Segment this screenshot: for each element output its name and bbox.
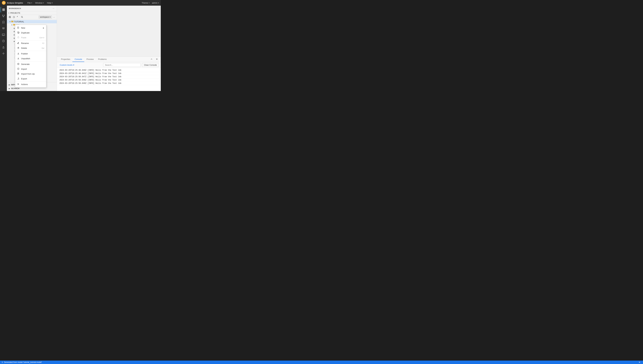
activity-terminal-icon[interactable] <box>1 32 6 38</box>
rename-icon <box>17 42 20 44</box>
paste-shortcut: Ctrl+V <box>40 37 44 38</box>
tab-console[interactable]: Console <box>72 57 84 62</box>
menu-help[interactable]: Help ▾ <box>46 1 54 5</box>
svg-rect-1 <box>2 8 4 10</box>
tab-problems[interactable]: Problems <box>96 57 109 62</box>
duplicate-label: Duplicate <box>21 32 30 34</box>
svg-rect-22 <box>9 17 10 18</box>
svg-line-9 <box>3 16 4 16</box>
menu-file[interactable]: File ▾ <box>26 1 33 5</box>
custom-levels-button[interactable]: Custom levels ▾ <box>59 64 75 66</box>
menu-bar: Eclipse Dirigible File ▾ Window ▾ Help ▾… <box>0 0 161 6</box>
activity-db-icon[interactable] <box>1 26 6 31</box>
activity-settings-icon[interactable] <box>1 51 6 56</box>
sync-button[interactable] <box>16 16 20 18</box>
file-chevron-icon: ▾ <box>31 2 32 4</box>
svg-point-6 <box>4 15 4 16</box>
new-label: New <box>21 27 25 29</box>
context-menu-item-delete[interactable]: Delete Del <box>15 46 46 50</box>
activity-explorer-icon[interactable] <box>1 7 6 12</box>
context-menu-item-duplicate[interactable]: Duplicate <box>15 30 46 35</box>
admin-chevron-icon: ▾ <box>158 2 159 4</box>
log-entry-3: 2024-03-28T10:25:50.048Z [INFO] Hello fr… <box>57 78 161 82</box>
import-label: Import <box>21 68 27 70</box>
menu-window[interactable]: Window ▾ <box>34 1 45 5</box>
svg-point-23 <box>21 16 22 18</box>
generate-icon <box>17 63 20 66</box>
unpublish-label: Unpublish <box>21 58 30 60</box>
context-menu-divider-3 <box>15 61 46 62</box>
workbench-label: Workbench <box>9 8 21 10</box>
projects-expand-icon[interactable]: ▼ <box>8 12 10 14</box>
import-icon <box>17 68 20 70</box>
tab-preview[interactable]: Preview <box>84 57 96 62</box>
context-menu-item-export[interactable]: Export <box>15 76 46 81</box>
context-menu-item-actions[interactable]: Actions <box>15 82 46 87</box>
close-panel-button[interactable] <box>155 58 159 61</box>
main-layout: Workbench ··· ▼ PROJECTS <box>0 6 161 91</box>
delete-shortcut: Del <box>42 47 44 49</box>
publish-icon <box>17 52 20 55</box>
import-expand-icon: ▶ <box>9 84 10 86</box>
gen-expand-icon: ▼ <box>11 24 13 26</box>
actions-icon <box>17 83 20 86</box>
log-entry-0: 2024-03-28T10:25:40.040Z [INFO] Hello fr… <box>57 69 161 72</box>
context-menu-item-generate[interactable]: Generate <box>15 62 46 66</box>
search-label: SEARCH <box>11 88 20 90</box>
context-menu-item-paste: Paste Ctrl+V <box>15 35 46 40</box>
tree-item-tutorial[interactable]: ▼ TUTORIAL <box>7 20 57 23</box>
context-menu: New ▶ Duplicate Paste <box>15 25 46 88</box>
clear-console-button[interactable]: Clear Console <box>142 63 159 67</box>
context-menu-item-new[interactable]: New ▶ <box>15 26 46 30</box>
context-menu-item-import-zip[interactable]: Import from zip <box>15 72 46 76</box>
activity-git-icon[interactable] <box>1 13 6 19</box>
projects-header: ▼ PROJECTS <box>7 11 57 15</box>
projects-label: PROJECTS <box>10 12 20 14</box>
workspace-selector[interactable]: workspace ▾ <box>38 16 52 18</box>
import-zip-label: Import from zip <box>21 73 35 75</box>
menu-bar-right: Theme ▾ admin ▾ <box>142 2 159 4</box>
context-menu-item-publish[interactable]: Publish <box>15 51 46 56</box>
tutorial-label: TUTORIAL <box>14 20 24 23</box>
activity-publish-icon[interactable] <box>1 44 6 50</box>
svg-line-11 <box>4 16 4 16</box>
bottom-panel-tabs-left: Properties Console Preview Problems <box>59 57 109 62</box>
generate-label: Generate <box>21 63 30 65</box>
workspace-toolbar: workspace ▾ ··· <box>7 15 57 20</box>
refresh-button[interactable] <box>12 16 16 18</box>
search-expand-icon: ▶ <box>9 88 10 90</box>
admin-menu[interactable]: admin ▾ <box>152 2 159 4</box>
svg-point-5 <box>2 15 3 16</box>
console-search-input[interactable] <box>103 63 141 67</box>
save-button[interactable] <box>8 16 12 18</box>
svg-marker-58 <box>18 84 19 85</box>
activity-bookmark-icon[interactable] <box>1 20 6 25</box>
tab-properties[interactable]: Properties <box>59 57 72 62</box>
theme-menu[interactable]: Theme ▾ <box>142 2 149 4</box>
window-chevron-icon: ▾ <box>43 2 44 4</box>
context-menu-item-rename[interactable]: Rename F2 <box>15 41 46 46</box>
svg-rect-2 <box>4 8 5 10</box>
rename-shortcut: F2 <box>42 42 44 44</box>
svg-rect-21 <box>10 16 10 17</box>
svg-marker-12 <box>3 21 4 23</box>
editor-area <box>57 6 161 56</box>
svg-point-13 <box>2 28 4 28</box>
app-logo <box>2 1 6 5</box>
context-menu-item-unpublish[interactable]: Unpublish <box>15 56 46 61</box>
svg-line-24 <box>22 17 23 18</box>
log-entry-4: 2024-03-28T10:25:50.048Z [INFO] Hello fr… <box>57 82 161 85</box>
new-submenu-icon: ▶ <box>43 27 44 29</box>
workspace-more-button[interactable]: ··· <box>52 16 56 18</box>
log-entry-2: 2024-03-28T10:25:50.047Z [INFO] Hello fr… <box>57 75 161 78</box>
svg-point-7 <box>3 16 4 17</box>
delete-label: Delete <box>21 47 27 49</box>
import-zip-icon <box>17 72 20 75</box>
more-options-button[interactable]: ··· <box>52 7 55 10</box>
activity-history-icon[interactable] <box>1 38 6 44</box>
bottom-panel: Properties Console Preview Problems <box>57 56 161 91</box>
theme-chevron-icon: ▾ <box>149 2 150 4</box>
context-menu-item-import[interactable]: Import <box>15 66 46 72</box>
expand-panel-button[interactable] <box>150 58 154 61</box>
search-projects-button[interactable] <box>20 16 24 18</box>
